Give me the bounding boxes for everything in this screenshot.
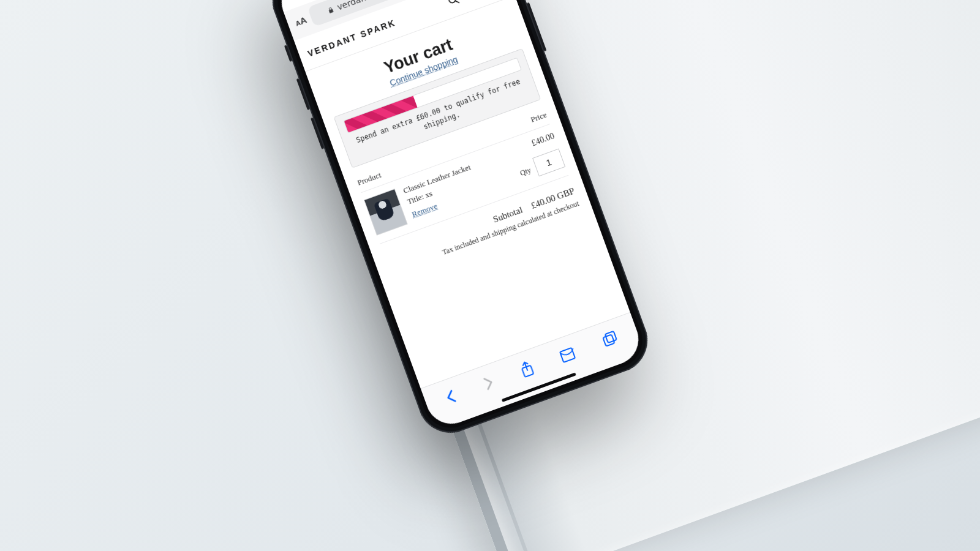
lock-icon [326,5,336,15]
silence-switch [284,45,292,62]
svg-line-8 [456,0,459,3]
volume-down-button [311,118,324,149]
product-thumbnail[interactable] [364,189,408,236]
bag-icon [466,0,483,1]
tabs-button[interactable] [600,329,620,349]
svg-rect-11 [603,334,614,346]
svg-rect-10 [522,365,533,377]
text-size-button[interactable]: AA [293,14,307,28]
search-icon [445,0,461,7]
forward-icon [481,373,497,392]
cart-button[interactable]: 1 [466,0,483,3]
bookmarks-button[interactable] [557,345,578,364]
qty-input[interactable]: 1 [532,148,565,176]
search-button[interactable] [445,0,462,10]
tabs-icon [600,329,620,349]
bookmarks-icon [557,345,578,364]
share-button[interactable] [518,359,536,380]
col-price: Price [529,110,548,124]
svg-point-7 [448,0,456,4]
volume-up-button [296,78,310,110]
nav-forward-button[interactable] [481,373,497,392]
back-icon [443,387,459,406]
col-product: Product [356,170,382,187]
nav-back-button[interactable] [443,387,459,406]
svg-rect-12 [605,331,616,343]
price-column: £40.00 Qty 1 [508,131,566,183]
share-icon [518,359,536,380]
